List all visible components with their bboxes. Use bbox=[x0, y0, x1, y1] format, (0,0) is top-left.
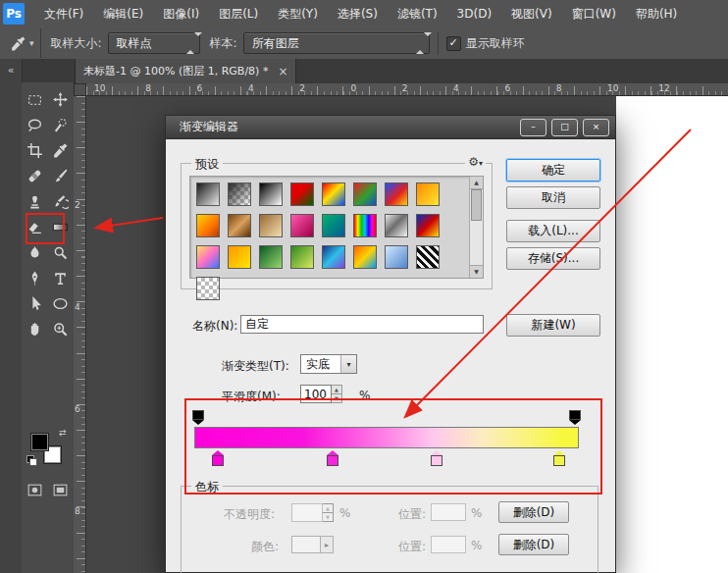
menu-item[interactable]: 文件(F) bbox=[34, 0, 93, 27]
quick-select-tool[interactable] bbox=[47, 112, 73, 137]
photoshop-logo-icon[interactable]: Ps bbox=[3, 3, 25, 25]
new-button[interactable]: 新建(W) bbox=[506, 314, 600, 337]
save-button[interactable]: 存储(S)... bbox=[506, 247, 600, 270]
gradient-preset-swatch[interactable] bbox=[416, 214, 440, 237]
spin-buttons[interactable]: ▲▼ bbox=[332, 385, 342, 403]
gradient-preset-swatch[interactable] bbox=[290, 214, 314, 237]
gradient-preset-swatch[interactable] bbox=[416, 245, 440, 269]
spin-up-icon[interactable]: ▲ bbox=[332, 386, 341, 393]
gradient-preset-swatch[interactable] bbox=[259, 214, 283, 237]
opacity-stop[interactable] bbox=[192, 410, 204, 425]
switch-colors-icon[interactable]: ⇄ bbox=[59, 428, 67, 438]
delete-opacity-stop-button[interactable]: 删除(D) bbox=[498, 501, 569, 523]
zoom-tool[interactable] bbox=[47, 316, 73, 341]
gradient-preset-swatch[interactable] bbox=[416, 182, 440, 206]
path-select-tool[interactable] bbox=[22, 290, 47, 316]
gradient-preset-swatch[interactable] bbox=[196, 245, 220, 269]
menu-item[interactable]: 类型(Y) bbox=[268, 0, 328, 27]
clone-stamp-tool[interactable] bbox=[22, 188, 47, 214]
color-stop[interactable] bbox=[431, 450, 442, 466]
gradient-tool[interactable] bbox=[47, 214, 73, 239]
gradient-preset-swatch[interactable] bbox=[322, 182, 345, 206]
gradient-preset-swatch[interactable] bbox=[196, 214, 220, 237]
menu-item[interactable]: 编辑(E) bbox=[93, 0, 153, 27]
menu-item[interactable]: 图层(L) bbox=[209, 0, 268, 27]
gradient-preset-swatch[interactable] bbox=[196, 277, 220, 300]
pen-tool[interactable] bbox=[22, 265, 47, 290]
menu-item[interactable]: 帮助(H) bbox=[626, 0, 687, 27]
opacity-stop[interactable] bbox=[569, 410, 581, 425]
color-stop[interactable] bbox=[327, 450, 338, 466]
gradient-preset-swatch[interactable] bbox=[322, 245, 345, 269]
presets-scrollbar[interactable]: ▲ ▼ bbox=[469, 177, 483, 278]
document-tab[interactable]: 未标题-1 @ 100% (图层 1, RGB/8) * × bbox=[75, 59, 296, 83]
minimize-button[interactable]: – bbox=[520, 119, 546, 136]
presets-menu-button[interactable]: ⚙▾ bbox=[465, 155, 486, 169]
menu-item[interactable]: 选择(S) bbox=[328, 0, 388, 27]
delete-color-stop-button[interactable]: 删除(D) bbox=[498, 534, 569, 555]
healing-tool[interactable] bbox=[22, 163, 47, 188]
gradient-preset-swatch[interactable] bbox=[228, 214, 251, 237]
maximize-button[interactable]: □ bbox=[551, 119, 578, 136]
dodge-tool[interactable] bbox=[47, 239, 73, 265]
smoothness-spinner[interactable]: ▲▼ bbox=[300, 385, 342, 403]
scrollbar-thumb[interactable] bbox=[471, 189, 482, 221]
gradient-preset-swatch[interactable] bbox=[228, 182, 251, 206]
eraser-tool[interactable] bbox=[22, 214, 47, 239]
gradient-preset-swatch[interactable] bbox=[353, 182, 377, 206]
collapse-panels-icon[interactable]: « bbox=[0, 64, 22, 77]
ok-button[interactable]: 确定 bbox=[506, 159, 600, 182]
type-tool[interactable] bbox=[47, 265, 73, 290]
crop-tool[interactable] bbox=[22, 137, 47, 163]
show-sampling-ring-checkbox[interactable]: ✓ bbox=[446, 36, 461, 51]
gradient-preset-swatch[interactable] bbox=[385, 182, 408, 206]
blur-tool[interactable] bbox=[22, 239, 47, 265]
stop-color-swatch[interactable] bbox=[291, 536, 321, 553]
gradient-preset-swatch[interactable] bbox=[353, 214, 377, 237]
foreground-color-swatch[interactable] bbox=[30, 433, 49, 451]
gradient-preset-swatch[interactable] bbox=[385, 214, 408, 237]
ellipse-tool[interactable] bbox=[47, 290, 73, 316]
name-input[interactable] bbox=[240, 315, 484, 334]
menu-item[interactable]: 3D(D) bbox=[447, 0, 501, 27]
gradient-preset-swatch[interactable] bbox=[290, 182, 314, 206]
color-flyout-icon[interactable]: ▸ bbox=[321, 536, 334, 553]
rect-marquee-tool[interactable] bbox=[22, 86, 47, 112]
gradient-preset-swatch[interactable] bbox=[259, 182, 283, 206]
sample-size-dropdown[interactable]: 取样点 bbox=[108, 32, 200, 54]
smoothness-input[interactable] bbox=[300, 385, 332, 403]
screen-mode-tool[interactable] bbox=[48, 477, 74, 502]
gradient-preset-swatch[interactable] bbox=[228, 245, 251, 269]
color-stop[interactable] bbox=[553, 450, 565, 466]
dialog-title-bar[interactable]: 渐变编辑器 – □ × bbox=[166, 116, 615, 139]
tab-close-icon[interactable]: × bbox=[278, 65, 287, 78]
move-tool[interactable] bbox=[47, 86, 73, 112]
gradient-preview-bar[interactable] bbox=[194, 427, 579, 448]
gradient-preset-swatch[interactable] bbox=[196, 182, 220, 206]
gradient-type-dropdown[interactable]: 实底 ▾ bbox=[300, 354, 357, 374]
history-brush-tool[interactable] bbox=[47, 188, 73, 214]
gradient-preset-swatch[interactable] bbox=[322, 214, 345, 237]
gradient-preset-swatch[interactable] bbox=[385, 245, 408, 269]
cancel-button[interactable]: 取消 bbox=[506, 186, 600, 209]
menu-item[interactable]: 图像(I) bbox=[153, 0, 209, 27]
scroll-up-icon[interactable]: ▲ bbox=[470, 177, 483, 189]
color-stop[interactable] bbox=[212, 450, 224, 466]
tool-preset-picker[interactable]: ▾ bbox=[4, 28, 41, 58]
menu-item[interactable]: 滤镜(T) bbox=[388, 0, 447, 27]
scroll-down-icon[interactable]: ▼ bbox=[470, 265, 483, 278]
quickmask-tool[interactable] bbox=[22, 477, 47, 502]
spin-down-icon[interactable]: ▼ bbox=[332, 393, 341, 402]
eyedropper-tool[interactable] bbox=[47, 137, 73, 163]
hand-tool[interactable] bbox=[22, 316, 47, 341]
menu-item[interactable]: 窗口(W) bbox=[562, 0, 626, 27]
sample-dropdown[interactable]: 所有图层 bbox=[243, 32, 430, 54]
brush-tool[interactable] bbox=[47, 163, 73, 188]
gradient-preset-swatch[interactable] bbox=[290, 245, 314, 269]
lasso-tool[interactable] bbox=[22, 112, 47, 137]
close-button[interactable]: × bbox=[583, 119, 609, 136]
load-button[interactable]: 载入(L)... bbox=[506, 220, 600, 242]
gradient-preset-swatch[interactable] bbox=[353, 245, 377, 269]
gradient-preset-swatch[interactable] bbox=[259, 245, 283, 269]
menu-item[interactable]: 视图(V) bbox=[501, 0, 562, 27]
